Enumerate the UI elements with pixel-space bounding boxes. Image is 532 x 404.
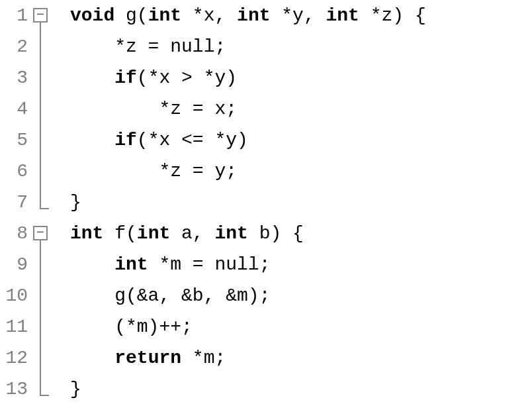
code-text: *z = y; <box>70 161 237 181</box>
code-text: *z = x; <box>70 99 237 119</box>
code-line: } <box>70 374 532 404</box>
code-line: (*m)++; <box>70 311 532 342</box>
keyword: int <box>214 223 247 244</box>
code-text: *x, <box>181 5 237 26</box>
line-number[interactable]: 13 <box>0 374 28 404</box>
keyword: if <box>114 68 137 88</box>
keyword: int <box>114 254 148 275</box>
fold-toggle-icon[interactable]: − <box>33 226 48 240</box>
code-text: *y, <box>271 5 326 26</box>
code-text <box>70 130 114 150</box>
line-number[interactable]: 7 <box>0 187 28 218</box>
fold-guide-line <box>40 240 41 395</box>
line-number[interactable]: 4 <box>0 93 28 125</box>
code-editor[interactable]: void g(int *x, int *y, int *z) { *z = nu… <box>57 0 532 404</box>
code-text <box>70 254 114 275</box>
line-number[interactable]: 2 <box>0 31 28 62</box>
code-line: int f(int a, int b) { <box>70 218 532 249</box>
code-text: g( <box>114 5 148 26</box>
keyword: int <box>137 223 170 244</box>
code-text: } <box>70 192 81 213</box>
code-text: *z) { <box>359 5 426 26</box>
code-line: *z = x; <box>70 93 532 125</box>
code-text: f( <box>103 223 136 244</box>
code-line: *z = null; <box>70 31 532 62</box>
line-number[interactable]: 8 <box>0 218 28 249</box>
code-text: } <box>70 379 81 399</box>
code-text: *z = null; <box>70 36 226 57</box>
code-line: int *m = null; <box>70 249 532 280</box>
code-text: b) { <box>248 223 304 244</box>
fold-guide-line <box>40 208 49 209</box>
line-number[interactable]: 9 <box>0 249 28 280</box>
code-text: g(&a, &b, &m); <box>70 285 270 306</box>
line-number[interactable]: 1 <box>0 0 28 31</box>
fold-guide-line <box>40 395 49 396</box>
line-number[interactable]: 11 <box>0 311 28 342</box>
line-number[interactable]: 6 <box>0 156 28 187</box>
line-number[interactable]: 5 <box>0 125 28 156</box>
code-text: a, <box>170 223 214 244</box>
fold-guide-line <box>40 23 41 208</box>
code-line: void g(int *x, int *y, int *z) { <box>70 0 532 31</box>
fold-toggle-icon[interactable]: − <box>33 8 48 23</box>
line-number[interactable]: 12 <box>0 342 28 374</box>
code-line: g(&a, &b, &m); <box>70 280 532 311</box>
keyword: return <box>114 348 181 368</box>
keyword: int <box>326 5 359 26</box>
line-number[interactable]: 3 <box>0 62 28 93</box>
keyword: if <box>114 130 137 150</box>
code-line: return *m; <box>70 342 532 374</box>
gutter: 1 2 3 4 5 6 7 8 9 10 11 12 13 <box>0 0 33 404</box>
fold-column: − − <box>33 0 57 404</box>
keyword: int <box>237 5 270 26</box>
code-text: (*x > *y) <box>137 68 237 88</box>
code-text: *m; <box>181 348 226 368</box>
code-text <box>70 68 114 88</box>
code-text: *m = null; <box>148 254 271 275</box>
code-text: (*x <= *y) <box>137 130 248 150</box>
code-line: } <box>70 187 532 218</box>
keyword: int <box>70 223 103 244</box>
keyword: int <box>148 5 181 26</box>
line-number[interactable]: 10 <box>0 280 28 311</box>
code-line: if(*x > *y) <box>70 62 532 93</box>
code-text <box>70 348 114 368</box>
code-line: if(*x <= *y) <box>70 125 532 156</box>
line-numbers: 1 2 3 4 5 6 7 8 9 10 11 12 13 <box>0 0 33 404</box>
keyword: void <box>70 5 114 26</box>
code-line: *z = y; <box>70 156 532 187</box>
code-text: (*m)++; <box>70 317 193 337</box>
